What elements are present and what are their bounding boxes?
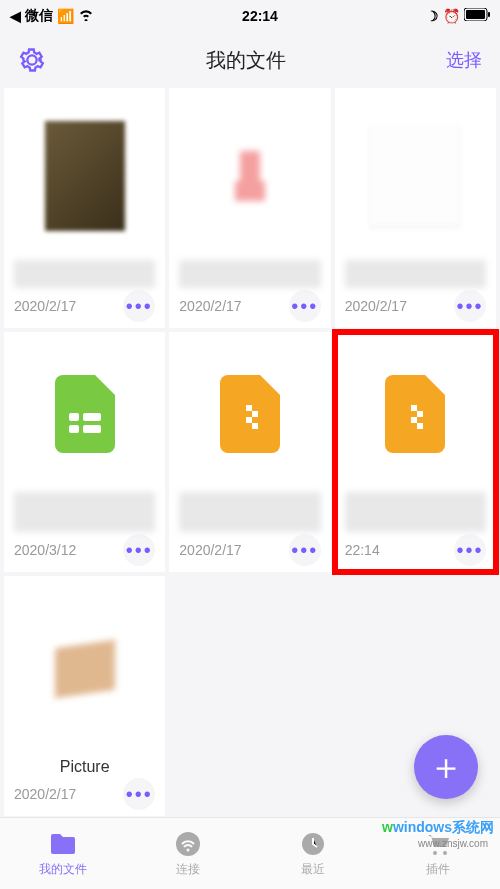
wifi-icon xyxy=(173,829,203,859)
more-icon[interactable]: ••• xyxy=(289,534,321,566)
file-card-highlighted[interactable]: 22:14••• xyxy=(335,332,496,572)
select-button[interactable]: 选择 xyxy=(446,48,482,72)
file-card[interactable]: 2020/3/12••• xyxy=(4,332,165,572)
svg-point-17 xyxy=(176,832,200,856)
file-card[interactable]: 2020/2/17••• xyxy=(169,332,330,572)
tab-recent[interactable]: 最近 xyxy=(250,818,375,889)
file-label xyxy=(14,260,155,288)
file-date: 2020/2/17 xyxy=(14,298,76,314)
file-card[interactable]: 2020/2/17••• xyxy=(335,88,496,328)
svg-point-21 xyxy=(443,851,447,855)
page-title: 我的文件 xyxy=(206,47,286,74)
back-icon: ◀ xyxy=(10,8,21,24)
svg-rect-1 xyxy=(466,10,485,19)
clock-icon xyxy=(298,829,328,859)
sheet-icon xyxy=(14,342,155,486)
watermark: wwindows系统网 xyxy=(382,819,494,837)
file-card[interactable]: 2020/2/17••• xyxy=(4,88,165,328)
more-icon[interactable]: ••• xyxy=(454,534,486,566)
more-icon[interactable]: ••• xyxy=(123,534,155,566)
file-label: Picture xyxy=(14,758,155,776)
file-date: 2020/3/12 xyxy=(14,542,76,558)
tab-label: 我的文件 xyxy=(39,861,87,878)
svg-rect-11 xyxy=(246,417,252,423)
zip-icon xyxy=(179,342,320,486)
more-icon[interactable]: ••• xyxy=(123,778,155,810)
battery-icon xyxy=(464,8,490,24)
tab-label: 插件 xyxy=(426,861,450,878)
more-icon[interactable]: ••• xyxy=(289,290,321,322)
zip-icon xyxy=(345,342,486,486)
file-label xyxy=(345,492,486,532)
watermark-url: www.znsjw.com xyxy=(418,838,488,849)
doc-thumb xyxy=(370,126,460,226)
more-icon[interactable]: ••• xyxy=(454,290,486,322)
file-date: 2020/2/17 xyxy=(14,786,76,802)
image-thumb xyxy=(45,121,125,231)
svg-rect-3 xyxy=(240,151,260,181)
gear-icon[interactable] xyxy=(18,46,46,74)
svg-rect-10 xyxy=(252,411,258,417)
svg-rect-15 xyxy=(411,417,417,423)
file-card[interactable]: Picture 2020/2/17••• xyxy=(4,576,165,816)
moon-icon: ☽ xyxy=(426,8,439,24)
status-time: 22:14 xyxy=(242,8,278,24)
file-date: 22:14 xyxy=(345,542,380,558)
file-label xyxy=(179,492,320,532)
status-bar: ◀ 微信 📶 22:14 ☽ ⏰ xyxy=(0,0,500,32)
svg-rect-9 xyxy=(246,405,252,411)
svg-rect-6 xyxy=(83,413,101,421)
svg-rect-4 xyxy=(235,181,265,201)
file-label xyxy=(179,260,320,288)
file-date: 2020/2/17 xyxy=(179,542,241,558)
header: 我的文件 选择 xyxy=(0,32,500,88)
tab-files[interactable]: 我的文件 xyxy=(0,818,125,889)
add-button[interactable]: ＋ xyxy=(414,735,478,799)
tab-label: 连接 xyxy=(176,861,200,878)
svg-point-18 xyxy=(186,849,189,852)
file-label xyxy=(14,492,155,532)
folder-icon xyxy=(48,829,78,859)
svg-rect-13 xyxy=(411,405,417,411)
svg-rect-2 xyxy=(488,12,490,17)
alarm-icon: ⏰ xyxy=(443,8,460,24)
svg-point-20 xyxy=(433,851,437,855)
plus-icon: ＋ xyxy=(428,743,464,792)
wifi-icon xyxy=(78,8,94,24)
app-name: 微信 xyxy=(25,7,53,25)
folder-thumb xyxy=(55,640,115,698)
file-grid: 2020/2/17••• 2020/2/17••• 2020/2/17••• 2… xyxy=(0,88,500,816)
svg-rect-5 xyxy=(69,413,79,421)
svg-rect-7 xyxy=(69,425,79,433)
svg-rect-12 xyxy=(252,423,258,429)
tab-label: 最近 xyxy=(301,861,325,878)
file-label xyxy=(345,260,486,288)
signal-icon: 📶 xyxy=(57,8,74,24)
image-thumb xyxy=(220,136,280,216)
more-icon[interactable]: ••• xyxy=(123,290,155,322)
svg-rect-8 xyxy=(83,425,101,433)
file-date: 2020/2/17 xyxy=(345,298,407,314)
tab-connect[interactable]: 连接 xyxy=(125,818,250,889)
file-date: 2020/2/17 xyxy=(179,298,241,314)
svg-rect-14 xyxy=(417,411,423,417)
svg-rect-16 xyxy=(417,423,423,429)
file-card[interactable]: 2020/2/17••• xyxy=(169,88,330,328)
